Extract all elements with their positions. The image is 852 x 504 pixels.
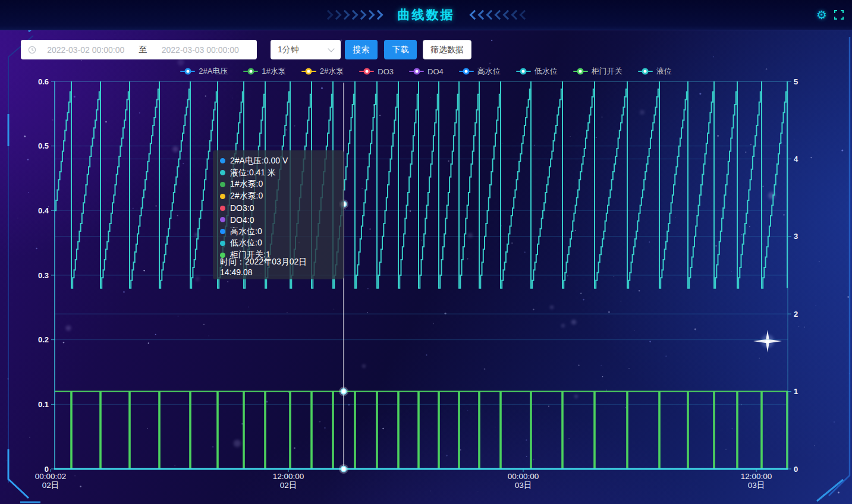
legend-marker-icon (301, 71, 316, 72)
legend-marker-icon (180, 71, 195, 72)
tooltip-row: 低水位:0 (220, 238, 337, 250)
legend-label: 液位 (656, 66, 672, 77)
y-axis-right-label: 5 (794, 77, 798, 86)
y-axis-left-label: 0.6 (38, 77, 49, 86)
series-dot-icon (220, 241, 225, 246)
legend-marker-icon (573, 71, 588, 72)
y-axis-left-label: 0.3 (38, 271, 49, 280)
y-axis-right-label: 1 (794, 387, 798, 396)
legend-item-低水位[interactable]: 低水位 (516, 66, 558, 77)
toolbar: 2022-03-02 00:00:00 至 2022-03-03 00:00:0… (0, 40, 852, 60)
x-axis-time-label: 12:00:00 (273, 472, 304, 481)
series-dot-icon (220, 170, 225, 175)
legend-label: 2#水泵 (320, 66, 344, 77)
fullscreen-icon[interactable] (834, 10, 844, 20)
clock-icon (28, 46, 36, 54)
tooltip-time: 时间：2022年03月02日 14:49.08 (220, 261, 337, 273)
title-bar: 曲线数据 ⚙ (0, 0, 852, 30)
legend-marker-icon (638, 71, 653, 72)
series-dot-icon (220, 194, 225, 199)
x-axis-time-label: 00:00:02 (35, 472, 67, 481)
tooltip-row: DO3:0 (220, 202, 337, 214)
chevron-left-icon (519, 10, 529, 20)
y-axis-left-label: 0.2 (38, 335, 49, 344)
tooltip-row: 2#A电压:0.00 V (220, 155, 337, 167)
series-dot-icon (220, 158, 225, 163)
series-dot-icon (220, 206, 225, 211)
legend-item-DO4[interactable]: DO4 (409, 67, 444, 76)
chart-legend: 2#A电压1#水泵2#水泵DO3DO4高水位低水位柜门开关液位 (0, 65, 852, 78)
date-end-input[interactable]: 2022-03-03 00:00:00 (151, 45, 250, 55)
tooltip-row: 2#水泵:0 (220, 190, 337, 202)
interval-select-value: 1分钟 (278, 45, 329, 55)
legend-item-1#水泵[interactable]: 1#水泵 (243, 66, 285, 77)
topbar-icons: ⚙ (816, 0, 844, 30)
sparkle-star (753, 330, 782, 352)
x-axis-day-label: 02日 (42, 481, 59, 490)
legend-item-2#A电压[interactable]: 2#A电压 (180, 66, 228, 77)
settings-gear-icon[interactable]: ⚙ (816, 9, 827, 21)
search-button[interactable]: 搜索 (345, 40, 378, 59)
y-axis-right-label: 3 (794, 232, 798, 241)
chevron-right-icon (373, 10, 383, 20)
tooltip-row: 高水位:0 (220, 226, 337, 238)
legend-item-液位[interactable]: 液位 (638, 66, 672, 77)
chevrons-left-icon (470, 11, 529, 18)
series-dot-icon (220, 217, 225, 222)
date-start-input[interactable]: 2022-03-02 00:00:00 (36, 45, 136, 55)
legend-label: DO4 (427, 67, 444, 76)
interval-select[interactable]: 1分钟 (271, 40, 341, 59)
legend-item-高水位[interactable]: 高水位 (459, 66, 501, 77)
legend-marker-icon (409, 71, 424, 72)
legend-marker-icon (359, 71, 374, 72)
x-axis-day-label: 03日 (515, 481, 532, 490)
x-axis-day-label: 03日 (748, 481, 765, 490)
legend-label: 高水位 (477, 66, 501, 77)
series-柜门开关 (55, 392, 788, 469)
legend-marker-icon (243, 71, 258, 72)
x-axis-time-label: 00:00:00 (508, 472, 539, 481)
y-axis-left-label: 0.1 (38, 400, 49, 409)
y-axis-left-label: 0.5 (38, 141, 49, 150)
legend-item-柜门开关[interactable]: 柜门开关 (573, 66, 623, 77)
y-axis-left-label: 0.4 (38, 206, 49, 215)
tooltip-row: 1#水泵:0 (220, 179, 337, 191)
curve-data-dashboard: { "header": { "title": "曲线数据" }, "toolba… (0, 0, 852, 504)
y-axis-right-label: 2 (794, 310, 798, 319)
y-axis-right-label: 0 (794, 465, 798, 474)
crosshair-dot (341, 389, 347, 394)
series-液位 (55, 81, 787, 288)
x-axis-time-label: 12:00:00 (741, 472, 772, 481)
date-separator: 至 (136, 45, 151, 55)
crosshair-dot (341, 467, 347, 472)
gridlines (55, 81, 788, 404)
legend-label: 1#水泵 (262, 66, 285, 77)
x-axis-day-label: 02日 (280, 481, 297, 490)
series-dot-icon (220, 229, 225, 234)
chart-tooltip: 2#A电压:0.00 V液位:0.41 米1#水泵:02#水泵:0DO3:0DO… (213, 150, 344, 279)
legend-label: DO3 (378, 67, 394, 76)
legend-item-DO3[interactable]: DO3 (359, 67, 394, 76)
chevrons-right-icon (324, 11, 382, 18)
legend-label: 低水位 (535, 66, 558, 77)
filter-data-button[interactable]: 筛选数据 (423, 40, 471, 59)
legend-marker-icon (459, 71, 474, 72)
download-button[interactable]: 下载 (384, 40, 417, 59)
legend-marker-icon (516, 71, 531, 72)
page-title: 曲线数据 (398, 7, 455, 23)
tooltip-row: DO4:0 (220, 214, 337, 226)
date-range-picker[interactable]: 2022-03-02 00:00:00 至 2022-03-03 00:00:0… (21, 40, 257, 59)
chevron-down-icon (328, 45, 334, 52)
y-axis-right-label: 4 (794, 155, 798, 163)
tooltip-row: 液位:0.41 米 (220, 167, 337, 179)
legend-label: 2#A电压 (199, 66, 228, 77)
axes: 00.10.20.30.40.50.601234500:00:0202日12:0… (35, 77, 798, 490)
series-dot-icon (220, 182, 225, 187)
legend-label: 柜门开关 (592, 66, 623, 77)
legend-item-2#水泵[interactable]: 2#水泵 (301, 66, 344, 77)
